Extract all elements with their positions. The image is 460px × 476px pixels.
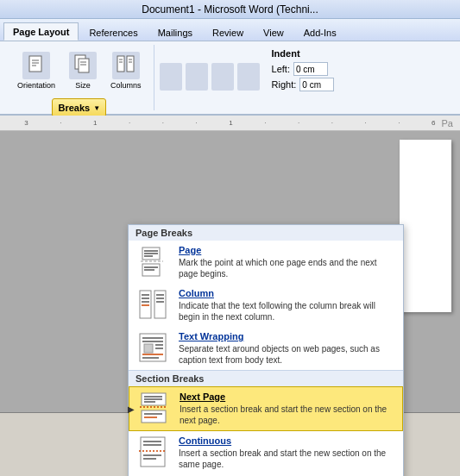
column-item-title: Column bbox=[179, 288, 396, 298]
indent-left-row: Left: bbox=[272, 62, 335, 76]
page-breaks-header: Page Breaks bbox=[129, 225, 403, 241]
indent-right-input[interactable] bbox=[299, 78, 334, 91]
page-item-title: Page bbox=[179, 245, 396, 255]
indent-left-input[interactable] bbox=[293, 62, 328, 76]
title-bar: Document1 - Microsoft Word (Techni... bbox=[0, 0, 460, 19]
extra-icon-4[interactable] bbox=[237, 63, 260, 91]
tab-mailings[interactable]: Mailings bbox=[148, 23, 202, 41]
ribbon-content: Orientation Size bbox=[0, 41, 460, 116]
orientation-icon bbox=[22, 52, 50, 79]
ruler: Pa 3·1···1·····6 bbox=[0, 116, 460, 131]
svg-rect-0 bbox=[29, 56, 41, 72]
svg-rect-34 bbox=[144, 344, 153, 353]
menu-item-next-page[interactable]: ▶ Next Page Insert a section break and s… bbox=[129, 386, 403, 431]
text-wrapping-icon bbox=[135, 331, 172, 364]
extra-icon-3[interactable] bbox=[211, 63, 234, 91]
document-page bbox=[400, 140, 451, 312]
columns-label: Columns bbox=[110, 81, 142, 90]
ribbon-tabs: Page Layout References Mailings Review V… bbox=[0, 19, 460, 41]
extra-icon-1[interactable] bbox=[160, 63, 182, 91]
ribbon-extra-buttons bbox=[154, 45, 265, 110]
tab-add-ins[interactable]: Add-Ins bbox=[294, 23, 346, 41]
indent-section: Indent Left: Right: bbox=[265, 45, 342, 110]
next-page-item-desc: Insert a section break and start the new… bbox=[180, 404, 395, 426]
ruler-area: Pa 3·1···1·····6 bbox=[0, 116, 460, 131]
breaks-label: Breaks bbox=[58, 103, 90, 113]
indent-right-row: Right: bbox=[272, 78, 335, 91]
section-breaks-header: Section Breaks bbox=[129, 370, 403, 386]
tab-page-layout[interactable]: Page Layout bbox=[3, 22, 79, 41]
continuous-icon bbox=[135, 435, 172, 468]
ribbon-group-page-setup: Orientation Size bbox=[5, 45, 154, 110]
next-page-arrow-icon: ▶ bbox=[128, 404, 135, 414]
indent-left-label: Left: bbox=[272, 64, 290, 74]
continuous-item-desc: Insert a section break and start the new… bbox=[179, 448, 396, 470]
extra-icon-2[interactable] bbox=[186, 63, 208, 91]
svg-rect-8 bbox=[117, 56, 124, 72]
menu-item-continuous[interactable]: Continuous Insert a section break and st… bbox=[129, 431, 403, 474]
menu-item-page[interactable]: Page Mark the point at which one page en… bbox=[129, 241, 403, 284]
size-icon bbox=[69, 52, 97, 79]
next-page-icon bbox=[136, 391, 173, 424]
continuous-item-text: Continuous Insert a section break and st… bbox=[179, 435, 396, 470]
page-break-icon bbox=[135, 245, 172, 278]
title-text: Document1 - Microsoft Word (Techni... bbox=[142, 3, 318, 16]
columns-icon bbox=[112, 52, 140, 79]
column-item-text: Column Indicate that the text following … bbox=[179, 288, 396, 323]
orientation-label: Orientation bbox=[17, 81, 55, 90]
columns-button[interactable]: Columns bbox=[105, 48, 147, 93]
svg-rect-5 bbox=[79, 59, 89, 72]
document-area: Page Breaks Page Mark the point at which… bbox=[0, 131, 460, 424]
text-wrap-item-text: Text Wrapping Separate text around objec… bbox=[179, 331, 396, 366]
breaks-button[interactable]: Breaks ▼ bbox=[52, 98, 106, 117]
menu-item-column[interactable]: Column Indicate that the text following … bbox=[129, 284, 403, 327]
orientation-button[interactable]: Orientation bbox=[12, 48, 60, 93]
size-label: Size bbox=[75, 81, 91, 90]
page-item-text: Page Mark the point at which one page en… bbox=[179, 245, 396, 279]
svg-rect-9 bbox=[127, 56, 134, 72]
indent-right-label: Right: bbox=[272, 79, 297, 90]
text-wrap-item-title: Text Wrapping bbox=[179, 331, 396, 341]
column-item-desc: Indicate that the text following the col… bbox=[179, 300, 396, 323]
column-break-icon bbox=[135, 288, 172, 321]
breaks-arrow-icon: ▼ bbox=[93, 104, 100, 112]
next-page-item-text: Next Page Insert a section break and sta… bbox=[180, 391, 395, 426]
continuous-item-title: Continuous bbox=[179, 435, 396, 446]
tab-view[interactable]: View bbox=[254, 23, 293, 41]
menu-item-text-wrapping[interactable]: Text Wrapping Separate text around objec… bbox=[129, 327, 403, 370]
next-page-item-title: Next Page bbox=[180, 391, 395, 402]
breaks-dropdown: Page Breaks Page Mark the point at which… bbox=[128, 224, 404, 476]
page-item-desc: Mark the point at which one page ends an… bbox=[179, 257, 396, 279]
size-button[interactable]: Size bbox=[64, 48, 102, 93]
ribbon-group-buttons: Orientation Size bbox=[12, 48, 147, 93]
text-wrap-item-desc: Separate text around objects on web page… bbox=[179, 343, 396, 366]
indent-label: Indent bbox=[272, 48, 335, 59]
tab-review[interactable]: Review bbox=[203, 23, 253, 41]
tab-references[interactable]: References bbox=[79, 23, 147, 41]
svg-rect-44 bbox=[142, 410, 166, 423]
